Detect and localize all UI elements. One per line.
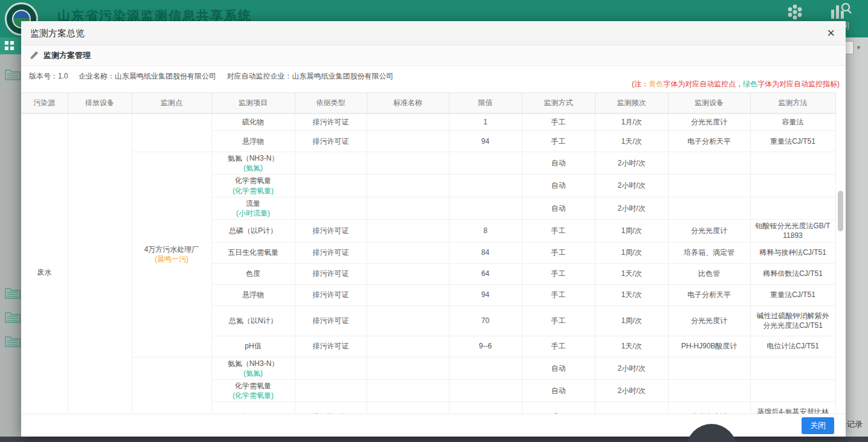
- cell-monitor-item: 化学需氧量(化学需氧量): [211, 379, 295, 402]
- column-header: 限值: [449, 93, 522, 114]
- cell-monitor-frequency: 1天/次: [595, 131, 668, 152]
- table-row: 废水硫化物排污许可证1手工1月/次分光光度计容量法: [21, 114, 835, 131]
- plan-table: 废水硫化物排污许可证1手工1月/次分光光度计容量法悬浮物排污许可证94手工1天/…: [21, 114, 846, 414]
- cell-monitor-mode: 手工: [522, 131, 595, 152]
- cell-monitor-item: 悬浮物: [211, 284, 295, 306]
- cell-monitor-device: [668, 379, 750, 402]
- cell-pollution-source: 废水: [21, 114, 68, 414]
- folder-icon[interactable]: [5, 311, 21, 323]
- close-button[interactable]: 关闭: [802, 417, 834, 434]
- monitor-item-name: 氨氮（NH3-N）: [216, 359, 291, 368]
- color-legend-note: (注：黄色字体为对应自动监控点，绿色字体为对应自动监控指标): [632, 79, 840, 89]
- chevron-down-icon[interactable]: ▼: [856, 45, 861, 51]
- version-value: 1.0: [58, 72, 68, 80]
- right-edge-panel: ▼ 记录: [846, 37, 868, 437]
- cell-limit: 94: [449, 284, 522, 306]
- cell-monitor-method: 重量法CJ/T51: [750, 284, 835, 306]
- bottom-bar: [0, 437, 868, 442]
- monitor-item-name: pH值: [216, 341, 291, 351]
- section-header: 监测方案管理: [21, 45, 846, 66]
- cell-monitor-method: 重量法CJ/T51: [750, 131, 835, 152]
- cell-monitor-frequency: 2小时/次: [595, 379, 668, 402]
- cell-monitor-frequency: 2小时/次: [595, 197, 668, 219]
- cell-monitor-item: 流量(小时流量): [211, 197, 295, 219]
- auto-company-label: 对应自动监控企业：: [227, 72, 292, 80]
- cell-standard-name: [367, 402, 449, 414]
- column-header: 监测点: [132, 93, 211, 114]
- cell-monitor-item: 硫化物: [211, 114, 295, 131]
- cell-monitor-frequency: 1月/次: [595, 114, 668, 131]
- cell-basis-type: [295, 357, 367, 379]
- monitor-item-name: 化学需氧量: [216, 381, 291, 391]
- cell-monitor-frequency: 1天/次: [595, 284, 668, 306]
- column-header: 监测方式: [522, 93, 595, 114]
- cell-standard-name: [367, 131, 449, 152]
- cell-standard-name: [367, 114, 449, 131]
- cell-monitor-method: 蒸馏后4-氨基安替比林分光光度法: [750, 402, 835, 414]
- column-header: 污染源: [21, 93, 68, 114]
- cell-monitor-method: 电位计法CJ/T51: [750, 336, 835, 357]
- cell-monitor-device: 电子分析天平: [668, 284, 750, 306]
- company-value: 山东晨鸣纸业集团股份有限公司: [115, 72, 216, 80]
- cell-monitor-device: [668, 175, 750, 197]
- monitor-item-name: 色度: [216, 269, 291, 278]
- monitor-item-name: 悬浮物: [216, 136, 291, 146]
- cell-monitor-frequency: 1周/次: [595, 220, 668, 242]
- cell-monitor-method: [750, 197, 835, 219]
- cell-monitor-method: [750, 152, 835, 175]
- cell-monitor-mode: 自动: [522, 357, 595, 379]
- query-chart-icon[interactable]: [830, 2, 852, 21]
- monitor-item-auto-indicator: (小时流量): [216, 208, 291, 218]
- cell-monitor-method: 稀释倍数法CJ/T51: [750, 263, 835, 284]
- cell-monitor-mode: 自动: [522, 152, 595, 175]
- cell-basis-type: 排污许可证: [295, 242, 367, 263]
- column-header: 监测方法: [750, 93, 835, 114]
- cell-monitor-mode: 自动: [522, 379, 595, 402]
- cell-basis-type: [295, 152, 367, 175]
- cell-basis-type: 排污许可证: [295, 284, 367, 306]
- monitor-item-auto-indicator: (化学需氧量): [216, 391, 291, 400]
- cell-monitor-frequency: 1月/次: [595, 402, 668, 414]
- table-scrollbar[interactable]: [838, 191, 843, 231]
- column-header: 依据类型: [295, 93, 367, 114]
- cell-limit: [449, 197, 522, 219]
- cell-monitor-item: 氨氮（NH3-N）(氨氮): [211, 152, 295, 175]
- section-title: 监测方案管理: [43, 50, 91, 61]
- close-icon[interactable]: ×: [827, 21, 835, 45]
- column-header: 监测设备: [668, 93, 750, 114]
- monitor-item-auto-indicator: (氨氮): [216, 163, 291, 173]
- cell-monitor-frequency: 2小时/次: [595, 357, 668, 379]
- cell-monitor-method: 钼酸铵分光光度法GB/T11893: [750, 220, 835, 242]
- monitor-item-name: 硫化物: [216, 117, 291, 127]
- cell-monitor-device: 比色管: [668, 263, 750, 284]
- folder-icon[interactable]: [5, 287, 21, 299]
- menu-grid-icon[interactable]: [0, 37, 21, 54]
- cell-limit: 8: [449, 220, 522, 242]
- cell-standard-name: [367, 357, 449, 379]
- cell-limit: 1: [449, 402, 522, 414]
- yellow-word: 黄色: [649, 80, 663, 88]
- company-label: 企业名称：: [79, 72, 115, 80]
- cell-basis-type: [295, 379, 367, 402]
- cell-standard-name: [367, 306, 449, 336]
- monitor-item-name: 总氮（以N计）: [216, 316, 291, 325]
- column-header: 监测项目: [211, 93, 295, 114]
- monitor-item-name: 流量: [216, 199, 291, 208]
- cell-monitor-mode: 手工: [522, 220, 595, 242]
- folder-icon[interactable]: [5, 68, 21, 80]
- cell-standard-name: [367, 175, 449, 197]
- cell-limit: 94: [449, 131, 522, 152]
- cell-monitor-item: 化学需氧量(化学需氧量): [211, 175, 295, 197]
- dropdown-box[interactable]: [846, 41, 854, 54]
- cell-limit: [449, 379, 522, 402]
- plan-info: 版本号：1.0 企业名称：山东晨鸣纸业集团股份有限公司 对应自动监控企业：山东晨…: [29, 71, 402, 82]
- folder-icon[interactable]: [5, 335, 21, 347]
- cell-monitor-mode: 手工: [522, 336, 595, 357]
- column-header: 监测频次: [595, 93, 668, 114]
- cell-monitor-mode: 手工: [522, 114, 595, 131]
- table-header: 污染源排放设备监测点监测项目依据类型标准名称限值监测方式监测频次监测设备监测方法: [21, 92, 846, 114]
- cell-limit: [449, 152, 522, 175]
- cell-monitor-mode: 手工: [522, 306, 595, 336]
- cell-monitor-method: [750, 379, 835, 402]
- apps-grid-icon[interactable]: [786, 4, 803, 21]
